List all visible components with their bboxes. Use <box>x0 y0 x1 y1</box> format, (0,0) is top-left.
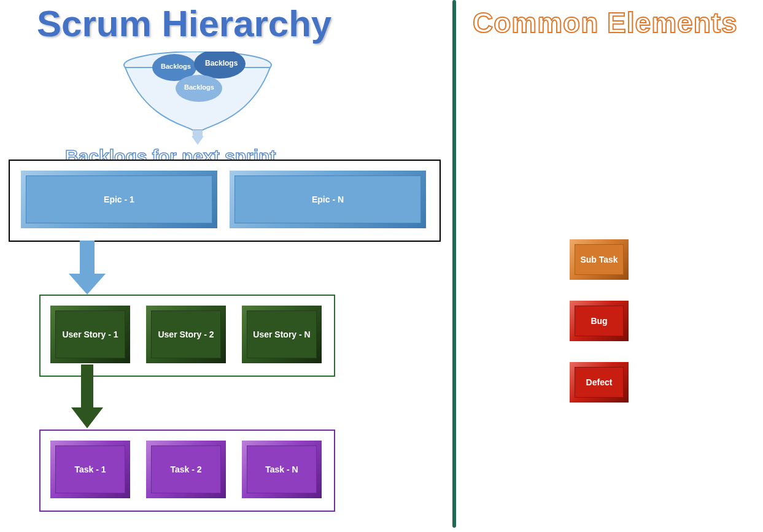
tile-task-1: Task - 1 <box>50 441 130 498</box>
tile-label: Task - N <box>265 465 298 474</box>
title-scrum-hierarchy: Scrum Hierarchy <box>37 2 331 45</box>
tile-subtask: Sub Task <box>570 239 629 280</box>
tile-label: Task - 1 <box>74 465 106 474</box>
tile-epic-1: Epic - 1 <box>21 171 217 228</box>
tile-label: Epic - N <box>312 195 344 204</box>
svg-rect-8 <box>81 364 93 407</box>
tile-bug: Bug <box>570 301 629 341</box>
tile-task-n: Task - N <box>242 441 322 498</box>
funnel-bubble-1: Backlogs <box>161 63 191 70</box>
tile-label: Task - 2 <box>170 465 201 474</box>
arrow-epic-to-story <box>69 241 106 296</box>
svg-rect-6 <box>80 241 95 274</box>
svg-marker-7 <box>69 274 106 295</box>
svg-marker-9 <box>71 407 103 428</box>
svg-marker-5 <box>192 136 204 145</box>
arrow-story-to-task <box>71 364 103 430</box>
diagram-canvas: Scrum Hierarchy Common Elements Backlogs… <box>0 0 763 532</box>
tile-user-story-1: User Story - 1 <box>50 306 130 363</box>
vertical-divider <box>452 0 456 528</box>
tile-label: Bug <box>591 316 607 326</box>
tile-label: Defect <box>586 377 613 387</box>
tile-epic-n: Epic - N <box>230 171 426 228</box>
tile-label: User Story - N <box>253 330 310 339</box>
tile-user-story-2: User Story - 2 <box>146 306 226 363</box>
funnel-icon: Backlogs Backlogs Backlogs <box>120 52 275 137</box>
funnel-bubble-2: Backlogs <box>205 59 238 67</box>
svg-rect-4 <box>193 130 203 136</box>
tile-task-2: Task - 2 <box>146 441 226 498</box>
tile-label: User Story - 1 <box>62 330 118 339</box>
tile-user-story-n: User Story - N <box>242 306 322 363</box>
title-common-elements: Common Elements <box>473 6 738 39</box>
tile-label: User Story - 2 <box>158 330 214 339</box>
tile-label: Sub Task <box>580 255 618 264</box>
funnel-bubble-3: Backlogs <box>184 83 214 91</box>
tile-label: Epic - 1 <box>104 195 134 204</box>
tile-defect: Defect <box>570 362 629 403</box>
